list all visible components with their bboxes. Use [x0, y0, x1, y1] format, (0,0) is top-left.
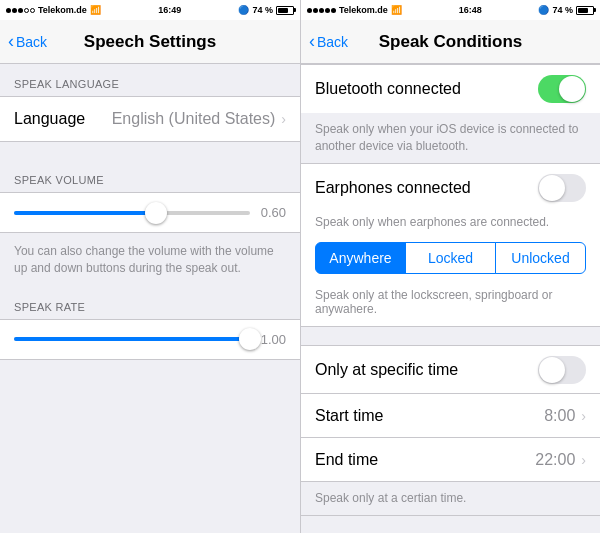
end-time-row[interactable]: End time 22:00 › — [301, 438, 600, 482]
right-wifi-icon: 📶 — [391, 5, 402, 15]
language-table: Language English (United States) › — [0, 96, 300, 142]
start-time-label: Start time — [315, 407, 544, 425]
volume-track — [14, 211, 250, 215]
left-battery-fill — [278, 8, 288, 13]
speak-volume-header: Speak Volume — [0, 160, 300, 192]
specific-time-toggle[interactable] — [538, 356, 586, 384]
rate-fill — [14, 337, 250, 341]
volume-helper-text: You can also change the volume with the … — [0, 233, 300, 287]
specific-time-label: Only at specific time — [315, 361, 538, 379]
speak-language-header: Speak Language — [0, 64, 300, 96]
rate-slider-section: 1.00 — [0, 319, 300, 360]
language-label: Language — [14, 110, 112, 128]
right-back-button[interactable]: ‹ Back — [309, 33, 348, 50]
earphones-toggle[interactable] — [538, 174, 586, 202]
left-battery — [276, 6, 294, 15]
segment-unlocked[interactable]: Unlocked — [495, 242, 586, 274]
volume-fill — [14, 211, 156, 215]
start-time-chevron: › — [581, 408, 586, 424]
right-status-right: 🔵 74 % — [538, 5, 594, 15]
right-panel: Telekom.de 📶 16:48 🔵 74 % ‹ Back Speak C… — [300, 0, 600, 533]
segmented-wrapper: Anywhere Locked Unlocked — [301, 234, 600, 282]
left-status-right: 🔵 74 % — [238, 5, 294, 15]
right-signal-dots — [307, 8, 336, 13]
end-time-value: 22:00 — [535, 451, 575, 469]
segment-locked[interactable]: Locked — [405, 242, 496, 274]
left-status-left: Telekom.de 📶 — [6, 5, 101, 15]
left-back-label: Back — [16, 34, 47, 50]
specific-time-row: Only at specific time — [301, 346, 600, 394]
signal-dots — [6, 8, 35, 13]
earphones-note: Speak only when earphones are connected. — [301, 212, 600, 235]
bluetooth-row: Bluetooth connected — [301, 65, 600, 113]
right-battery-fill — [578, 8, 588, 13]
language-value: English (United States) — [112, 110, 276, 128]
left-nav-title: Speech Settings — [84, 32, 216, 52]
dot2 — [12, 8, 17, 13]
left-back-button[interactable]: ‹ Back — [8, 33, 47, 50]
volume-value: 0.60 — [258, 205, 286, 220]
left-content: Speak Language Language English (United … — [0, 64, 300, 533]
left-back-arrow-icon: ‹ — [8, 32, 14, 50]
bluetooth-icon: 🔵 — [238, 5, 249, 15]
earphones-row: Earphones connected — [301, 164, 600, 212]
bluetooth-toggle-thumb — [559, 76, 585, 102]
start-time-row[interactable]: Start time 8:00 › — [301, 394, 600, 438]
left-nav-bar: ‹ Back Speech Settings — [0, 20, 300, 64]
left-time: 16:49 — [158, 5, 181, 15]
volume-slider-section: 0.60 — [0, 192, 300, 233]
right-status-bar: Telekom.de 📶 16:48 🔵 74 % — [301, 0, 600, 20]
segment-locked-label: Locked — [428, 250, 473, 266]
rate-track — [14, 337, 250, 341]
dot5 — [30, 8, 35, 13]
left-carrier: Telekom.de — [38, 5, 87, 15]
r-dot3 — [319, 8, 324, 13]
r-dot4 — [325, 8, 330, 13]
right-back-label: Back — [317, 34, 348, 50]
r-dot2 — [313, 8, 318, 13]
start-time-value: 8:00 — [544, 407, 575, 425]
rate-slider-row: 1.00 — [14, 332, 286, 347]
left-battery-percent: 74 % — [252, 5, 273, 15]
bluetooth-toggle[interactable] — [538, 75, 586, 103]
right-nav-title: Speak Conditions — [379, 32, 523, 52]
r-dot5 — [331, 8, 336, 13]
segment-note: Speak only at the lockscreen, springboar… — [301, 282, 600, 326]
end-time-chevron: › — [581, 452, 586, 468]
volume-thumb[interactable] — [145, 202, 167, 224]
right-nav-bar: ‹ Back Speak Conditions — [301, 20, 600, 64]
segment-anywhere[interactable]: Anywhere — [315, 242, 406, 274]
right-battery-percent: 74 % — [552, 5, 573, 15]
dot3 — [18, 8, 23, 13]
rate-thumb[interactable] — [239, 328, 261, 350]
segmented-control: Anywhere Locked Unlocked — [315, 242, 586, 274]
right-battery — [576, 6, 594, 15]
right-carrier: Telekom.de — [339, 5, 388, 15]
segment-anywhere-label: Anywhere — [329, 250, 391, 266]
earphones-toggle-thumb — [539, 175, 565, 201]
dot4 — [24, 8, 29, 13]
right-back-arrow-icon: ‹ — [309, 32, 315, 50]
language-chevron: › — [281, 111, 286, 127]
speak-rate-header: Speak Rate — [0, 287, 300, 319]
volume-slider-row: 0.60 — [14, 205, 286, 220]
right-bluetooth-icon: 🔵 — [538, 5, 549, 15]
segment-unlocked-label: Unlocked — [511, 250, 569, 266]
bluetooth-section: Bluetooth connected Speak only when your… — [301, 64, 600, 164]
right-content: Bluetooth connected Speak only when your… — [301, 64, 600, 533]
bluetooth-note: Speak only when your iOS device is conne… — [301, 113, 600, 163]
left-status-bar: Telekom.de 📶 16:49 🔵 74 % — [0, 0, 300, 20]
wifi-icon: 📶 — [90, 5, 101, 15]
dot1 — [6, 8, 11, 13]
left-panel: Telekom.de 📶 16:49 🔵 74 % ‹ Back Speech … — [0, 0, 300, 533]
earphones-label: Earphones connected — [315, 179, 538, 197]
earphones-section: Earphones connected Speak only when earp… — [301, 164, 600, 328]
specific-time-section: Only at specific time Start time 8:00 › … — [301, 345, 600, 516]
time-note: Speak only at a certian time. — [301, 482, 600, 515]
bluetooth-label: Bluetooth connected — [315, 80, 538, 98]
right-status-left: Telekom.de 📶 — [307, 5, 402, 15]
end-time-label: End time — [315, 451, 535, 469]
rate-value: 1.00 — [258, 332, 286, 347]
r-dot1 — [307, 8, 312, 13]
language-row[interactable]: Language English (United States) › — [0, 97, 300, 141]
